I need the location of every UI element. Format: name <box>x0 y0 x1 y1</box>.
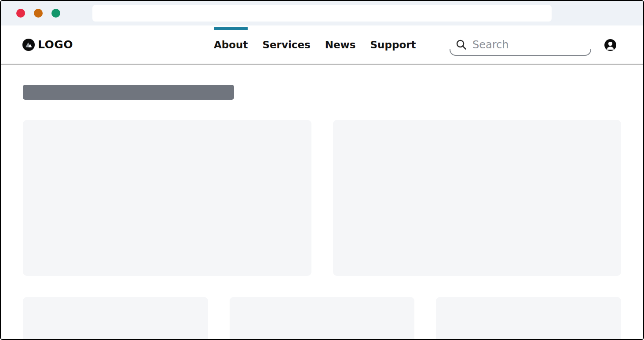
nav-item-about[interactable]: About <box>214 25 248 64</box>
browser-window: LOGO About Services News Support <box>0 0 644 340</box>
nav-item-label: About <box>214 39 248 51</box>
url-bar[interactable] <box>92 5 552 22</box>
browser-chrome-bar <box>1 1 643 25</box>
search-underline <box>450 49 591 56</box>
nav-item-news[interactable]: News <box>325 25 356 64</box>
content-card-placeholder <box>230 297 415 340</box>
page-content <box>1 65 643 339</box>
maximize-window-button[interactable] <box>51 9 60 18</box>
large-card-row <box>23 120 621 276</box>
nav-item-services[interactable]: Services <box>262 25 310 64</box>
heading-placeholder-bar <box>23 85 234 100</box>
nav-item-label: Services <box>262 39 310 51</box>
nav-item-support[interactable]: Support <box>370 25 416 64</box>
main-nav: About Services News Support <box>214 25 416 64</box>
logo[interactable]: LOGO <box>22 38 73 51</box>
content-card-placeholder <box>436 297 621 340</box>
user-avatar-icon[interactable] <box>604 39 616 51</box>
logo-text: LOGO <box>38 38 73 51</box>
nav-item-label: News <box>325 39 356 51</box>
content-card-placeholder <box>23 297 208 340</box>
active-tab-indicator <box>214 27 248 30</box>
search-box <box>450 38 591 56</box>
nav-item-label: Support <box>370 39 416 51</box>
content-card-placeholder <box>23 120 311 276</box>
window-controls <box>16 9 60 18</box>
close-window-button[interactable] <box>16 9 25 18</box>
minimize-window-button[interactable] <box>34 9 43 18</box>
site-header: LOGO About Services News Support <box>1 25 643 65</box>
small-card-row <box>23 297 621 340</box>
content-card-placeholder <box>333 120 622 276</box>
logo-mountain-icon <box>22 39 35 51</box>
